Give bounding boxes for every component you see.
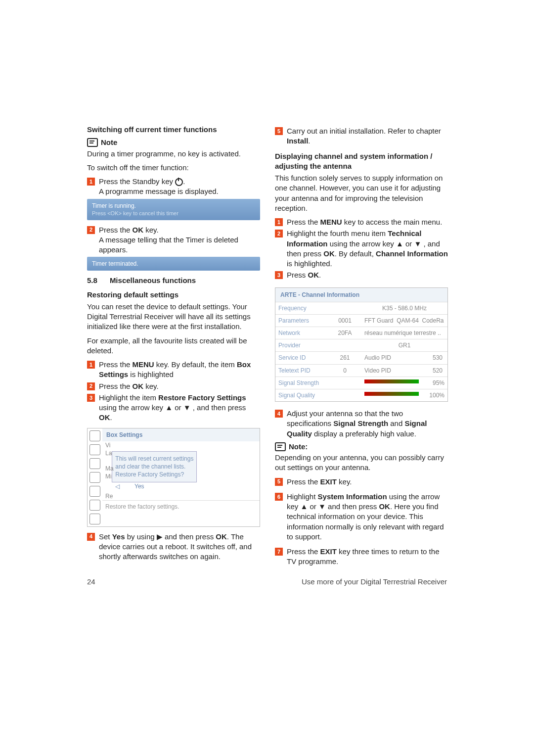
step-4: 4Adjust your antenna so that the two spe… xyxy=(275,409,448,439)
note-icon xyxy=(87,138,98,147)
footer-text: Use more of your Digital Terrestrial Rec… xyxy=(302,577,447,586)
step-num: 1 xyxy=(275,218,283,226)
step-2: 2Press the OK key.A message telling that… xyxy=(87,225,260,255)
message-box: Timer is running.Press <OK> key to cance… xyxy=(87,199,260,220)
sidebar-icons xyxy=(88,428,102,526)
step-text: Press the OK key. xyxy=(99,381,260,391)
step-6: 6Highlight System Information using the … xyxy=(275,492,448,542)
step-num: 2 xyxy=(275,230,283,237)
step-text: Press the OK key.A message telling that … xyxy=(99,225,260,255)
step-num: 6 xyxy=(275,493,283,501)
search-icon xyxy=(89,444,100,455)
step-num: 7 xyxy=(275,548,283,556)
step-text: Set Yes by using ▶ and then press OK. Th… xyxy=(99,532,260,562)
confirm-popup: This will reset current settingsand clea… xyxy=(112,451,197,482)
channel-info-screenshot: ARTE - Channel Information FrequencyK35 … xyxy=(275,287,448,402)
step-4: 4Set Yes by using ▶ and then press OK. T… xyxy=(87,532,260,562)
note-heading: Note xyxy=(87,138,260,147)
step-2: 2Press the OK key. xyxy=(87,381,260,391)
step-1: 1Press the MENU key. By default, the ite… xyxy=(87,360,260,380)
box-settings-screenshot: Box Settings Vi La This will reset curre… xyxy=(87,428,260,527)
right-column: 5Carry out an initial installation. Refe… xyxy=(275,125,448,568)
para: For example, all the favourite lists cre… xyxy=(87,336,260,356)
diamond-icon xyxy=(89,514,100,524)
wrench-icon xyxy=(89,430,100,441)
step-5: 5Carry out an initial installation. Refe… xyxy=(275,126,448,146)
gears-icon xyxy=(89,486,100,497)
back-button: ◁ xyxy=(115,482,120,490)
step-num: 3 xyxy=(275,271,283,279)
para: Depending on your antenna, you can possi… xyxy=(275,453,448,473)
para: This function solely serves to supply in… xyxy=(275,173,448,213)
heading-channel-info: Displaying channel and system informatio… xyxy=(275,151,448,172)
step-text: Highlight the item Restore Factory Setti… xyxy=(99,393,260,423)
heading-restoring: Restoring default settings xyxy=(87,290,260,300)
step-num: 5 xyxy=(275,478,283,486)
yes-button: Yes xyxy=(134,482,144,490)
step-text: Press the Standby key .A programme messa… xyxy=(99,177,260,197)
step-text: Carry out an initial installation. Refer… xyxy=(287,126,448,146)
step-text: Press the EXIT key. xyxy=(287,477,448,487)
box-settings-title: Box Settings xyxy=(102,428,260,441)
step-text: Press OK. xyxy=(287,270,448,280)
step-text: Adjust your antenna so that the two spec… xyxy=(287,409,448,439)
note-icon xyxy=(275,442,286,451)
step-7: 7Press the EXIT key three times to retur… xyxy=(275,547,448,567)
para: You can reset the device to default sett… xyxy=(87,302,260,332)
list-icon xyxy=(89,458,100,469)
channel-info-title: ARTE - Channel Information xyxy=(275,288,447,302)
step-num: 4 xyxy=(87,533,95,541)
step-num: 1 xyxy=(87,361,95,369)
step-text: Press the MENU key to access the main me… xyxy=(287,217,448,227)
box-settings-footer: Restore the factory settings. xyxy=(102,500,260,513)
note-label: Note xyxy=(101,138,117,147)
step-3: 3Highlight the item Restore Factory Sett… xyxy=(87,393,260,423)
heading-switching-off: Switching off current timer functions xyxy=(87,125,260,135)
step-num: 5 xyxy=(275,127,283,135)
signal-strength-bar xyxy=(364,379,419,383)
step-text: Highlight System Information using the a… xyxy=(287,492,448,542)
step-num: 1 xyxy=(87,178,95,186)
para: To switch off the timer function: xyxy=(87,163,260,173)
step-num: 4 xyxy=(275,410,283,418)
step-3: 3Press OK. xyxy=(275,270,448,280)
step-1: 1Press the MENU key to access the main m… xyxy=(275,217,448,227)
lock-icon xyxy=(89,500,100,511)
screen-icon xyxy=(89,472,100,483)
step-text: Highlight the fourth menu item Technical… xyxy=(287,229,448,269)
step-2: 2Highlight the fourth menu item Technica… xyxy=(275,229,448,269)
note-heading: Note: xyxy=(275,442,448,452)
step-5: 5Press the EXIT key. xyxy=(275,477,448,487)
signal-quality-bar xyxy=(364,392,419,396)
step-num: 2 xyxy=(87,382,95,390)
section-heading: 5.8 Miscellaneous functions xyxy=(87,276,260,285)
row: Vi xyxy=(105,441,257,449)
step-num: 2 xyxy=(87,226,95,234)
page-number: 24 xyxy=(87,577,95,586)
left-column: Switching off current timer functions No… xyxy=(87,125,260,568)
step-text: Press the MENU key. By default, the item… xyxy=(99,360,260,380)
step-1: 1Press the Standby key .A programme mess… xyxy=(87,177,260,197)
step-text: Press the EXIT key three times to return… xyxy=(287,547,448,567)
message-box: Timer terminated. xyxy=(87,257,260,271)
para: During a timer programme, no key is acti… xyxy=(87,149,260,159)
power-icon xyxy=(175,178,183,186)
step-num: 3 xyxy=(87,394,95,402)
